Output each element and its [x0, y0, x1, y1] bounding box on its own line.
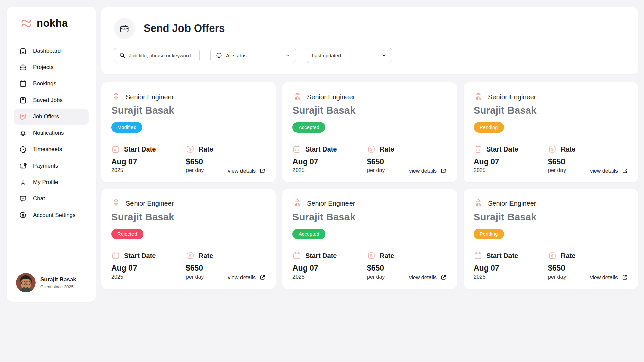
- engineer-icon: [474, 198, 483, 208]
- profile-subtitle: Client since 2025: [40, 284, 76, 289]
- bell-icon: [19, 129, 27, 137]
- calendar-icon: [111, 145, 120, 154]
- dollar-icon: $: [548, 251, 557, 260]
- rate-value: $650: [186, 264, 260, 273]
- svg-text:$: $: [189, 254, 192, 258]
- engineer-icon: [292, 92, 302, 102]
- external-link-icon: [259, 168, 266, 174]
- job-offer-card: Senior Engineer Surajit Basak Pending: [464, 82, 638, 182]
- document-edit-icon: [19, 113, 27, 121]
- card-candidate-name: Surajit Basak: [474, 212, 628, 223]
- view-details-link[interactable]: view details: [409, 274, 447, 281]
- start-date-value: Aug 07: [111, 264, 186, 273]
- start-date-year: 2025: [111, 274, 186, 280]
- rate-value: $650: [548, 264, 623, 273]
- card-role: Senior Engineer: [126, 93, 174, 101]
- briefcase-icon: [19, 63, 27, 71]
- status-filter-select[interactable]: All status: [210, 48, 296, 63]
- start-date-label: Start Date: [305, 252, 337, 260]
- view-details-link[interactable]: view details: [228, 274, 266, 281]
- calendar-icon: [111, 251, 120, 260]
- view-details-label: view details: [590, 168, 618, 174]
- chevron-down-icon: [285, 53, 290, 58]
- engineer-icon: [111, 92, 121, 102]
- dollar-icon: $: [367, 251, 376, 260]
- rate-label: Rate: [380, 145, 394, 153]
- brand-name: nokha: [37, 17, 68, 29]
- svg-text:$: $: [370, 254, 373, 258]
- rate-value: $650: [186, 157, 260, 166]
- view-details-label: view details: [409, 168, 437, 174]
- start-date-value: Aug 07: [474, 157, 548, 166]
- start-date-year: 2025: [474, 167, 548, 173]
- sidebar-item-dashboard[interactable]: Dashboard: [14, 43, 89, 59]
- status-badge: Accepted: [292, 122, 325, 133]
- start-date-label: Start Date: [486, 145, 518, 153]
- rate-label: Rate: [561, 145, 575, 153]
- card-candidate-name: Surajit Basak: [111, 105, 266, 116]
- view-details-link[interactable]: view details: [409, 168, 447, 174]
- bookmark-icon: [19, 96, 27, 104]
- card-candidate-name: Surajit Basak: [292, 212, 447, 223]
- external-link-icon: [440, 274, 447, 281]
- sort-filter-select[interactable]: Last updated: [307, 48, 392, 63]
- sidebar-item-account-settings[interactable]: Account Settings: [14, 207, 89, 223]
- svg-text:$: $: [370, 147, 373, 152]
- card-role: Senior Engineer: [488, 93, 536, 101]
- engineer-icon: [292, 198, 302, 208]
- dollar-icon: $: [186, 251, 195, 260]
- svg-text:$: $: [189, 147, 192, 152]
- sidebar-item-notifications[interactable]: Notifications: [14, 125, 89, 141]
- start-date-label: Start Date: [486, 252, 518, 260]
- start-date-label: Start Date: [305, 145, 337, 153]
- status-badge: Modified: [111, 122, 142, 133]
- view-details-link[interactable]: view details: [590, 168, 628, 174]
- main-content: Send Job Offers Al: [101, 7, 638, 289]
- sidebar-item-chat[interactable]: Chat: [14, 191, 89, 207]
- sidebar-item-projects[interactable]: Projects: [14, 59, 89, 75]
- engineer-icon: [474, 92, 483, 102]
- start-date-year: 2025: [292, 274, 367, 280]
- dollar-icon: $: [186, 145, 195, 154]
- view-details-label: view details: [590, 275, 618, 281]
- calendar-icon: [292, 251, 301, 260]
- sidebar-item-bookings[interactable]: Bookings: [14, 76, 89, 92]
- start-date-value: Aug 07: [474, 264, 548, 273]
- card-role: Senior Engineer: [307, 200, 355, 207]
- start-date-value: Aug 07: [292, 264, 367, 273]
- sidebar-item-payments[interactable]: Payments: [14, 158, 89, 174]
- sidebar-item-timesheets[interactable]: Timesheets: [14, 141, 89, 158]
- view-details-link[interactable]: view details: [590, 274, 628, 281]
- sidebar: nokha Dashboard Projects Bookings Saved …: [7, 7, 96, 302]
- status-badge: Rejected: [111, 229, 143, 239]
- card-candidate-name: Surajit Basak: [292, 105, 447, 116]
- status-badge: Pending: [474, 122, 504, 133]
- start-date-year: 2025: [111, 167, 186, 173]
- search-box: [114, 48, 200, 63]
- sidebar-item-saved-jobs[interactable]: Saved Jobs: [14, 92, 89, 108]
- card-candidate-name: Surajit Basak: [111, 212, 266, 223]
- search-input[interactable]: [129, 53, 196, 58]
- job-offer-card: Senior Engineer Surajit Basak Modified: [101, 82, 276, 182]
- card-role: Senior Engineer: [126, 200, 174, 207]
- rate-label: Rate: [561, 252, 575, 260]
- sidebar-item-job-offers[interactable]: Job Offers: [14, 109, 89, 125]
- external-link-icon: [622, 168, 628, 174]
- waves-logo-icon: [19, 17, 33, 30]
- job-offer-card: Senior Engineer Surajit Basak Accepted: [282, 189, 457, 289]
- view-details-link[interactable]: view details: [228, 168, 266, 174]
- dollar-icon: $: [548, 145, 557, 154]
- page-title: Send Job Offers: [144, 22, 225, 35]
- rate-label: Rate: [199, 145, 213, 153]
- chevron-down-icon: [381, 53, 387, 58]
- rate-value: $650: [367, 157, 441, 166]
- page-header: Send Job Offers Al: [101, 7, 638, 74]
- job-offer-card: Senior Engineer Surajit Basak Accepted: [282, 82, 457, 182]
- sort-filter-value: Last updated: [312, 53, 341, 58]
- avatar: [16, 273, 36, 292]
- sidebar-profile[interactable]: Surajit Basak Client since 2025: [14, 273, 89, 292]
- start-date-value: Aug 07: [111, 157, 186, 166]
- calendar-icon: [19, 80, 27, 88]
- sidebar-item-my-profile[interactable]: My Profile: [14, 174, 89, 190]
- external-link-icon: [259, 274, 266, 281]
